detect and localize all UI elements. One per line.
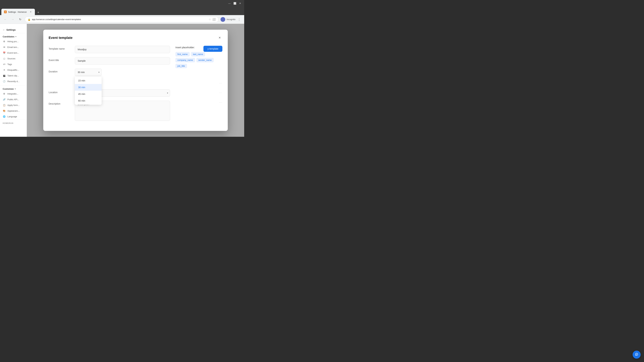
sidebar-item-apply-form[interactable]: 📋 Apply form... [0, 102, 27, 108]
public-api-icon: 🔗 [3, 98, 6, 101]
placeholder-first-name[interactable]: first_name [176, 52, 190, 56]
event-title-input[interactable] [75, 57, 170, 64]
save-template-button[interactable]: y template [204, 46, 222, 52]
sidebar-item-disqualify[interactable]: ✕ Disqualific... [0, 67, 27, 73]
profile-icon[interactable] [220, 17, 225, 22]
split-view-icon[interactable]: ⬜ [212, 18, 216, 21]
sidebar-item-label: Tags [8, 63, 12, 65]
form-section: Template name Event title [49, 46, 170, 125]
candidates-label: Candidates [3, 35, 14, 38]
modal-body: Template name Event title [49, 46, 222, 125]
incognito-label: Incognito [226, 18, 236, 21]
candidates-chevron-icon: ▾ [16, 36, 16, 37]
forward-nav-button[interactable]: → [10, 17, 16, 22]
placeholder-last-name[interactable]: last_name [191, 52, 205, 56]
sidebar-item-label: Public API... [8, 98, 19, 101]
tab-title: Settings · Homerun [8, 11, 27, 13]
minimize-button[interactable]: — [228, 1, 232, 5]
appearance-icon: 🎨 [3, 109, 6, 112]
maximize-button[interactable]: ⬜ [233, 1, 237, 5]
homerun-logo: HOMERUN [0, 119, 27, 127]
template-name-label: Template name [49, 46, 72, 50]
sidebar-item-hiring-process[interactable]: ⚙ Hiring pro... [0, 38, 27, 44]
bookmark-icon[interactable]: ☆ [209, 18, 211, 21]
tags-icon: 🏷 [3, 63, 6, 66]
close-window-button[interactable]: ✕ [238, 1, 242, 5]
modal-header: Event template × [49, 35, 222, 40]
back-nav-button[interactable]: ← [3, 17, 8, 22]
duration-select-wrapper: 30 min ▾ 15 min 30 min 45 min 60 min [75, 68, 102, 76]
new-tab-button[interactable]: + [36, 10, 41, 15]
settings-back-button[interactable]: ← Settings [0, 26, 27, 33]
sidebar-item-sources[interactable]: ◻ Sources [0, 56, 27, 61]
more-options-dots-2: ··· [219, 91, 222, 94]
address-field[interactable]: 🔒 app.homerun.co/settings/calendar-event… [25, 16, 218, 22]
duration-control: 30 min ▾ 15 min 30 min 45 min 60 min [75, 68, 170, 76]
duration-option-30[interactable]: 30 min [75, 84, 102, 91]
page-content: ← Settings Candidates ▾ ⚙ Hiring pro... … [0, 24, 244, 137]
sidebar-item-public-api[interactable]: 🔗 Public API... [0, 96, 27, 102]
customize-chevron-icon: ▾ [15, 88, 16, 90]
talent-clips-icon: 🎬 [3, 74, 6, 77]
email-templates-icon: ✉ [3, 45, 6, 49]
duration-label: Duration [49, 68, 72, 73]
refresh-nav-button[interactable]: ↻ [18, 17, 23, 22]
location-row: Location ▾ [49, 89, 170, 97]
settings-label: Settings [6, 28, 16, 31]
modal-close-button[interactable]: × [217, 35, 222, 40]
sidebar-item-email-templates[interactable]: ✉ Email tem... [0, 44, 27, 50]
template-name-control [75, 46, 170, 53]
event-title-label: Event title [49, 57, 72, 61]
customize-section[interactable]: Customize ▾ [0, 87, 27, 91]
sidebar-item-talent-clips[interactable]: 🎬 Talent clip... [0, 73, 27, 78]
language-icon: 🌐 [3, 115, 6, 118]
sidebar-item-label: Integratio... [8, 92, 18, 95]
placeholder-company-name[interactable]: company_name [176, 58, 195, 62]
placeholder-job-title[interactable]: job_title [176, 64, 187, 68]
tab-favicon: H [4, 10, 7, 13]
sidebar-item-integrations[interactable]: ⚙ Integratio... [0, 91, 27, 96]
window-controls: — ⬜ ✕ [228, 1, 242, 5]
sidebar-item-language[interactable]: 🌐 Language [0, 114, 27, 119]
sidebar: ← Settings Candidates ▾ ⚙ Hiring pro... … [0, 24, 27, 137]
event-title-row: Event title [49, 57, 170, 64]
sidebar-item-appearance[interactable]: 🎨 Appearanc... [0, 108, 27, 114]
more-options-dots-3: ··· [219, 101, 222, 104]
back-arrow-icon: ← [3, 28, 5, 31]
modal-title: Event template [49, 36, 72, 40]
duration-chevron-icon: ▾ [98, 71, 100, 73]
description-label: Description [49, 101, 72, 105]
sidebar-item-label: Sources [8, 57, 16, 60]
candidates-section[interactable]: Candidates ▾ [0, 35, 27, 38]
sidebar-divider [0, 85, 27, 86]
sidebar-item-event-templates[interactable]: 📅 Event tem... [0, 50, 27, 56]
duration-row: Duration 30 min ▾ 15 min 30 min [49, 68, 170, 76]
description-row: Description [49, 101, 170, 121]
sidebar-item-label: Email tem... [8, 46, 19, 48]
tab-bar: H Settings · Homerun ✕ + [0, 7, 244, 15]
sidebar-item-recently-deleted[interactable]: 🕐 Recently d... [0, 78, 27, 84]
duration-option-45[interactable]: 45 min [75, 91, 102, 97]
duration-option-15[interactable]: 15 min [75, 77, 102, 84]
duration-selected-value: 30 min [78, 71, 85, 73]
duration-select-button[interactable]: 30 min ▾ [75, 68, 102, 76]
event-templates-icon: 📅 [3, 51, 6, 54]
integrations-icon: ⚙ [3, 92, 6, 95]
browser-chrome: — ⬜ ✕ H Settings · Homerun ✕ + [0, 0, 244, 15]
sidebar-item-tags[interactable]: 🏷 Tags [0, 61, 27, 67]
sidebar-item-label: Apply form... [8, 104, 20, 106]
sidebar-item-label: Event tem... [8, 52, 19, 54]
template-name-input[interactable] [75, 46, 170, 53]
address-bar: ← → ↻ 🔒 app.homerun.co/settings/calendar… [0, 15, 244, 24]
browser-menu-button[interactable]: ⋮ [237, 17, 242, 22]
active-tab[interactable]: H Settings · Homerun ✕ [1, 9, 35, 15]
title-bar: — ⬜ ✕ [0, 0, 244, 7]
placeholder-sender-name[interactable]: sender_name [196, 58, 214, 62]
hiring-process-icon: ⚙ [3, 40, 6, 43]
sidebar-item-label: Disqualific... [8, 69, 19, 71]
duration-option-60[interactable]: 60 min [75, 97, 102, 104]
main-area: Event template × Template name Event [27, 24, 244, 137]
event-template-modal: Event template × Template name Event [43, 30, 228, 131]
tab-close-button[interactable]: ✕ [29, 10, 32, 13]
sources-icon: ◻ [3, 57, 6, 60]
